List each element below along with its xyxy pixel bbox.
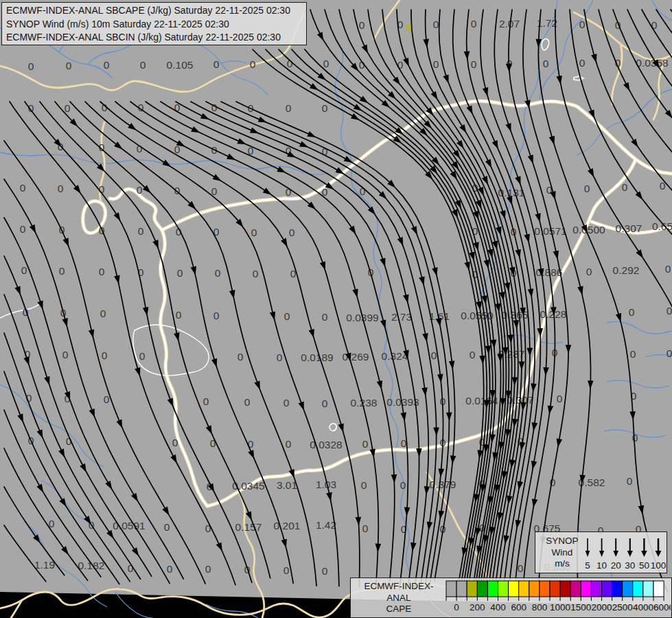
streamline-arrowhead-icon xyxy=(281,238,288,247)
streamline-arrowhead-icon xyxy=(631,139,638,148)
streamline-arrowhead-icon xyxy=(543,367,549,376)
cape-color-swatch xyxy=(519,581,529,597)
value-label: 0 xyxy=(137,184,143,196)
streamline-arrowhead-icon xyxy=(532,422,538,431)
streamline-arrowhead-icon xyxy=(258,117,267,123)
value-label: 0 xyxy=(286,102,292,114)
wind-arrow-icon xyxy=(613,551,618,557)
value-label: 0 xyxy=(289,227,295,238)
streamline-arrowhead-icon xyxy=(421,387,428,396)
streamline-arrowhead-icon xyxy=(431,91,438,100)
streamline-arrowhead-icon xyxy=(588,168,594,177)
streamline-arrowhead-icon xyxy=(132,547,139,556)
streamline-arrowhead-icon xyxy=(623,82,630,91)
header-line-sbcin: ECMWF-INDEX-ANAL SBCIN (J/kg) Saturday 2… xyxy=(6,31,302,45)
value-label: 0 xyxy=(213,310,220,321)
streamline-arrowhead-icon xyxy=(362,45,368,54)
value-label: 0 xyxy=(322,102,328,114)
streamline xyxy=(25,102,252,582)
streamline-arrowhead-icon xyxy=(557,76,562,84)
value-label: 0 xyxy=(286,438,292,450)
streamline-arrowhead-icon xyxy=(459,124,466,133)
header-line-wind: SYNOP Wind (m/s) 10m Saturday 22-11-2025… xyxy=(6,18,302,32)
streamline-arrowhead-icon xyxy=(638,505,644,514)
cape-tick-label: 1500 xyxy=(570,602,591,613)
streamline-arrowhead-icon xyxy=(549,136,555,145)
value-label: 0 xyxy=(543,58,549,69)
weather-map-screen: 00002.071.7200000000.1050000000000000.03… xyxy=(0,0,672,618)
streamline xyxy=(4,410,101,577)
streamline-arrowhead-icon xyxy=(524,234,530,243)
value-label: 0 xyxy=(470,349,476,360)
streamline-arrowhead-icon xyxy=(433,428,439,437)
lake-outline xyxy=(542,39,549,50)
cape-legend-title-line: CAPE xyxy=(354,604,444,615)
streamline-arrowhead-icon xyxy=(588,380,594,389)
streamline-arrowhead-icon xyxy=(636,249,643,258)
header-line-sbcape: ECMWF-INDEX-ANAL SBCAPE (J/kg) Saturday … xyxy=(6,4,302,18)
streamline-arrowhead-icon xyxy=(170,455,176,464)
streamline-arrowhead-icon xyxy=(114,275,119,284)
streamline-arrowhead-icon xyxy=(548,405,554,414)
value-label: 0.0500 xyxy=(572,224,605,236)
streamline-arrowhead-icon xyxy=(439,510,445,519)
streamline-arrowhead-icon xyxy=(531,461,537,470)
cape-color-swatch xyxy=(550,581,560,597)
value-label: 0.0358 xyxy=(636,57,668,69)
streamline-arrowhead-icon xyxy=(450,455,456,464)
wind-arrow-scale: 510203050100 xyxy=(579,534,667,573)
cape-tick-label: 0 xyxy=(454,602,459,613)
streamline-arrowhead-icon xyxy=(128,123,137,130)
value-label: 0.105 xyxy=(167,59,194,71)
value-label: 0 xyxy=(237,351,244,363)
streamline-arrowhead-icon xyxy=(393,77,400,86)
streamline-arrowhead-icon xyxy=(401,413,407,422)
value-label: 0 xyxy=(518,562,524,574)
river-line xyxy=(0,385,104,467)
streamline-arrowhead-icon xyxy=(377,380,382,389)
streamline-arrowhead-icon xyxy=(211,358,217,367)
streamline-arrowhead-icon xyxy=(17,413,23,422)
streamline-arrowhead-icon xyxy=(411,226,417,235)
country-border-fringe xyxy=(207,424,501,506)
river-line xyxy=(221,61,247,63)
streamline-arrowhead-icon xyxy=(423,39,429,48)
streamline-arrowhead-icon xyxy=(167,398,174,407)
streamline-arrowhead-icon xyxy=(216,542,222,551)
streamline-arrowhead-icon xyxy=(566,345,572,354)
cape-colorbar: 0200400600800100015002000250040006000 xyxy=(444,580,671,618)
value-label: 0 xyxy=(100,308,106,319)
value-label: 0.157 xyxy=(235,521,262,533)
streamline-arrowhead-icon xyxy=(281,539,287,548)
value-label: 0.0591 xyxy=(113,520,145,531)
cape-tick-label: 800 xyxy=(532,602,548,613)
streamline-arrowhead-icon xyxy=(665,110,672,119)
value-label: 0.0189 xyxy=(301,352,333,363)
streamline-arrowhead-icon xyxy=(391,474,397,483)
wind-legend: SYNOP Wind m/s 510203050100 xyxy=(535,531,667,573)
streamline-arrowhead-icon xyxy=(520,442,526,450)
value-label: 0 xyxy=(28,60,34,72)
wind-speed-label: 20 xyxy=(611,560,621,571)
streamline-arrowhead-icon xyxy=(352,288,358,297)
value-label: 0 xyxy=(323,58,329,69)
streamline-arrowhead-icon xyxy=(227,154,235,160)
value-label: 0 xyxy=(58,183,64,194)
streamline-arrowhead-icon xyxy=(443,75,449,84)
streamline-arrowhead-icon xyxy=(299,402,304,411)
streamline-arrowhead-icon xyxy=(500,210,505,219)
streamline-arrowhead-icon xyxy=(519,362,525,371)
wind-speed-label: 5 xyxy=(585,560,590,571)
streamline-arrowhead-icon xyxy=(310,83,318,90)
value-label: 0 xyxy=(579,19,586,30)
streamline-arrowhead-icon xyxy=(349,226,356,235)
cape-tick-label: 4000 xyxy=(633,602,653,613)
cape-color-swatch xyxy=(633,581,643,597)
streamline-arrowhead-icon xyxy=(174,332,179,341)
streamline-arrowhead-icon xyxy=(191,266,196,275)
cape-tick-label: 600 xyxy=(511,602,526,613)
value-label: 3.01 xyxy=(277,479,297,491)
cape-color-swatch xyxy=(570,581,581,597)
cape-color-swatch xyxy=(446,581,456,597)
streamline-arrowhead-icon xyxy=(505,123,511,132)
